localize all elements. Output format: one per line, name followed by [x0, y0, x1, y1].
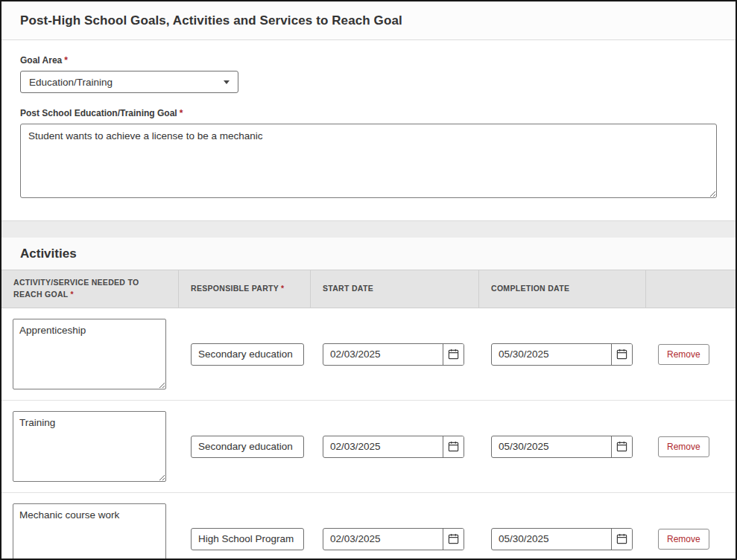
calendar-icon [616, 533, 627, 544]
start-date-calendar-button[interactable] [443, 436, 464, 457]
start-date-input[interactable] [323, 344, 443, 365]
goal-form: Goal Area* Education/Training Post Schoo… [1, 40, 736, 220]
responsible-party-input[interactable] [191, 528, 304, 550]
start-date-input[interactable] [323, 529, 443, 550]
goal-area-label: Goal Area* [20, 55, 717, 66]
start-date-field [323, 528, 464, 550]
column-header-actions [646, 270, 736, 308]
column-header-completion-date: COMPLETION DATE [479, 270, 646, 308]
post-school-goal-label-text: Post School Education/Training Goal [20, 108, 177, 118]
required-asterisk: * [281, 284, 284, 293]
calendar-icon [448, 533, 459, 544]
completion-date-calendar-button[interactable] [611, 436, 632, 457]
completion-date-input[interactable] [492, 436, 611, 457]
post-school-goal-label: Post School Education/Training Goal* [20, 108, 717, 118]
column-header-start-date: START DATE [311, 270, 479, 308]
chevron-down-icon [224, 80, 230, 84]
completion-date-field [491, 528, 633, 550]
activity-row: Apprenticeship [1, 308, 736, 401]
completion-date-calendar-button[interactable] [611, 529, 632, 550]
calendar-icon [616, 349, 627, 360]
goal-area-label-text: Goal Area [20, 55, 62, 66]
start-date-calendar-button[interactable] [443, 344, 464, 365]
calendar-icon [616, 441, 627, 452]
required-asterisk: * [180, 108, 183, 118]
post-school-goal-field: Post School Education/Training Goal* Stu… [20, 108, 717, 201]
column-header-activity: ACTIVITY/SERVICE NEEDED TO REACH GOAL* [1, 270, 179, 308]
goal-area-selected-value: Education/Training [29, 77, 113, 88]
activity-row: Mechanic course work [1, 493, 736, 560]
page: Post-High School Goals, Activities and S… [0, 0, 737, 560]
page-header: Post-High School Goals, Activities and S… [1, 1, 736, 40]
required-asterisk: * [71, 290, 74, 299]
section-divider [1, 220, 736, 238]
start-date-field [323, 343, 464, 366]
activities-table-header: ACTIVITY/SERVICE NEEDED TO REACH GOAL* R… [1, 270, 736, 308]
remove-button[interactable]: Remove [658, 529, 709, 550]
remove-button[interactable]: Remove [658, 436, 709, 457]
activity-row: Training [1, 401, 736, 493]
completion-date-calendar-button[interactable] [611, 344, 632, 365]
calendar-icon [448, 349, 459, 360]
page-title: Post-High School Goals, Activities and S… [20, 13, 717, 28]
responsible-party-input[interactable] [191, 436, 304, 458]
activities-title: Activities [20, 246, 717, 261]
goal-area-field: Goal Area* Education/Training [20, 55, 717, 93]
completion-date-field [491, 436, 633, 458]
column-header-responsible-party: RESPONSIBLE PARTY* [179, 270, 311, 308]
completion-date-field [491, 343, 633, 366]
start-date-calendar-button[interactable] [443, 529, 464, 550]
responsible-party-input[interactable] [191, 343, 304, 366]
activity-textarea[interactable]: Training [13, 411, 166, 482]
goal-area-select[interactable]: Education/Training [20, 71, 238, 93]
start-date-field [323, 436, 464, 458]
completion-date-input[interactable] [492, 344, 611, 365]
activity-textarea[interactable]: Apprenticeship [13, 319, 166, 389]
activities-header: Activities [1, 238, 736, 270]
activity-textarea[interactable]: Mechanic course work [13, 503, 166, 560]
start-date-input[interactable] [323, 436, 443, 457]
required-asterisk: * [64, 55, 68, 66]
completion-date-input[interactable] [492, 529, 611, 550]
calendar-icon [448, 441, 459, 452]
post-school-goal-textarea[interactable]: Student wants to achieve a license to be… [20, 124, 717, 198]
remove-button[interactable]: Remove [658, 344, 709, 365]
